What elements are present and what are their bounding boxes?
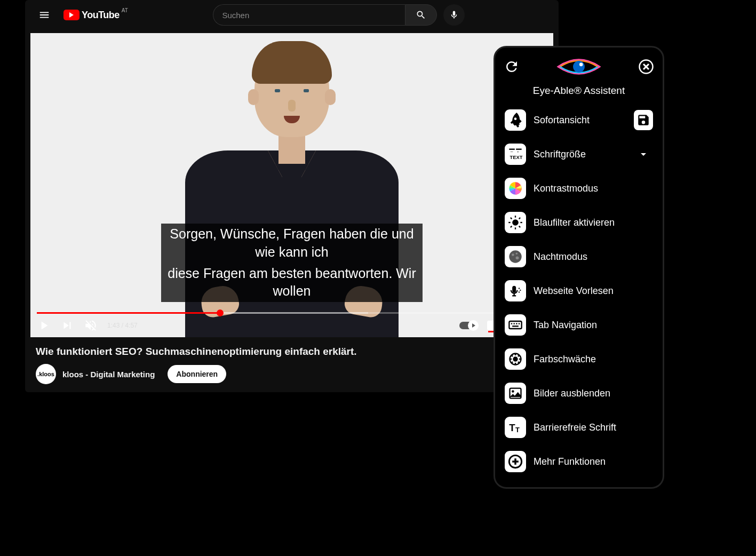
volume-muted-icon [84,319,98,332]
svg-line-19 [511,226,512,227]
eyeable-top-row [500,53,657,83]
eyeable-item-trail [634,148,653,161]
search-container [128,4,550,26]
play-icon [37,319,51,332]
eyeable-item-label: Blaufilter aktivieren [534,217,626,228]
eyeable-item-label: Barrierefreie Schrift [534,422,626,433]
time-current: 1:43 [107,322,120,329]
video-meta: Wie funktioniert SEO? Suchmaschinenoptim… [25,337,559,392]
eyeable-item-font[interactable]: TTBarrierefreie Schrift [500,410,657,444]
eyeable-item-colorblind[interactable]: Farbschwäche [500,342,657,376]
hamburger-icon [38,9,50,21]
search-button[interactable] [405,4,437,26]
svg-rect-36 [512,325,519,327]
caption-line-1: Sorgen, Wünsche, Fragen haben die und wi… [161,224,423,263]
eyeable-item-label: Bilder ausblenden [534,388,626,399]
chevron-down-icon [637,148,650,161]
eyeable-panel: Eye-Able® Assistent Sofortansicht—+TEXTS… [494,46,664,489]
subscribe-button[interactable]: Abonnieren [168,365,226,383]
video-player[interactable]: Sorgen, Wünsche, Fragen haben die und wi… [30,33,553,337]
youtube-logo[interactable]: YouTube AT [63,10,120,21]
svg-point-45 [512,361,513,363]
eyeable-item-label: Mehr Funktionen [534,456,626,467]
eyeable-item-speak[interactable]: Webseite Vorlesen [500,274,657,308]
eye-icon [556,55,601,78]
caption-line-2: diese Fragen am besten beantworten. Wir … [161,263,423,303]
eyeable-title-row: Eye-Able® Assistent [500,83,657,103]
eyeable-item-label: Schriftgröße [534,149,626,160]
channel-name[interactable]: kloos - Digital Marketing [62,370,155,379]
rocket-icon [505,109,526,131]
svg-rect-6 [509,149,515,150]
voice-search-button[interactable] [443,4,465,26]
image-icon [505,383,526,404]
close-icon [638,59,654,75]
svg-point-30 [519,291,520,292]
svg-line-20 [519,218,520,219]
textsize-icon: —+TEXT [505,144,526,165]
svg-point-0 [573,61,585,73]
svg-text:+: + [518,150,519,153]
eyeable-item-textsize[interactable]: —+TEXTSchriftgröße [500,137,657,171]
svg-point-40 [515,363,516,364]
svg-rect-33 [514,323,515,324]
country-code: AT [122,7,128,13]
svg-line-18 [519,226,520,227]
captions: Sorgen, Wünsche, Fragen haben die und wi… [161,224,423,302]
youtube-play-icon [63,10,79,20]
eyeable-item-label: Tab Navigation [534,320,626,331]
svg-point-43 [512,355,513,357]
plus-icon [505,451,526,472]
svg-point-24 [516,252,518,255]
menu-button[interactable] [34,4,55,26]
save-button[interactable] [634,110,653,130]
svg-point-29 [520,290,521,291]
time-display: 1:43 / 4:57 [107,322,138,329]
reload-button[interactable] [504,59,520,75]
close-button[interactable] [638,59,654,75]
eyeable-item-label: Webseite Vorlesen [534,285,626,297]
svg-point-38 [513,356,518,361]
eyeable-item-label: Kontrastmodus [534,183,626,194]
bluefilter-icon [505,212,526,233]
eyeable-item-image[interactable]: Bilder ausblenden [500,376,657,410]
svg-point-28 [519,288,520,289]
search-box [213,4,437,26]
eyeable-items: Sofortansicht—+TEXTSchriftgrößeKontrastm… [500,103,657,479]
eyeable-item-plus[interactable]: Mehr Funktionen [500,444,657,479]
eyeable-item-label: Sofortansicht [534,115,626,126]
mic-icon [449,10,459,20]
svg-rect-32 [511,323,512,324]
next-icon [60,319,74,332]
colorblind-icon [505,348,526,370]
eyeable-item-night[interactable]: Nachtmodus [500,240,657,274]
youtube-header: YouTube AT [25,0,559,30]
colorwheel-icon [505,178,526,199]
eyeable-item-bluefilter[interactable]: Blaufilter aktivieren [500,205,657,240]
channel-row: .kloos kloos - Digital Marketing Abonnie… [36,364,548,384]
svg-point-22 [512,253,514,256]
autoplay-toggle[interactable] [459,322,478,329]
svg-rect-7 [516,149,522,150]
svg-text:TEXT: TEXT [510,155,523,160]
eyeable-item-trail[interactable] [634,110,653,130]
eyeable-logo [556,55,601,78]
eyeable-item-rocket[interactable]: Sofortansicht [500,103,657,137]
eyeable-item-keyboard[interactable]: Tab Navigation [500,308,657,342]
save-icon [636,113,650,127]
svg-point-12 [512,219,519,226]
svg-text:—: — [511,150,513,153]
eyeable-item-label: Farbschwäche [534,354,626,365]
svg-text:T: T [515,426,520,434]
search-input[interactable] [213,4,405,26]
svg-point-48 [512,390,514,393]
eyeable-item-colorwheel[interactable]: Kontrastmodus [500,171,657,205]
eyeable-title: Eye-Able® Assistent [508,85,650,97]
mute-button[interactable] [84,319,98,332]
video-title: Wie funktioniert SEO? Suchmaschinenoptim… [36,346,548,358]
next-button[interactable] [60,319,74,332]
play-button[interactable] [37,319,51,332]
speak-icon [505,280,526,301]
youtube-logo-text: YouTube [82,10,120,21]
channel-avatar[interactable]: .kloos [36,364,56,384]
